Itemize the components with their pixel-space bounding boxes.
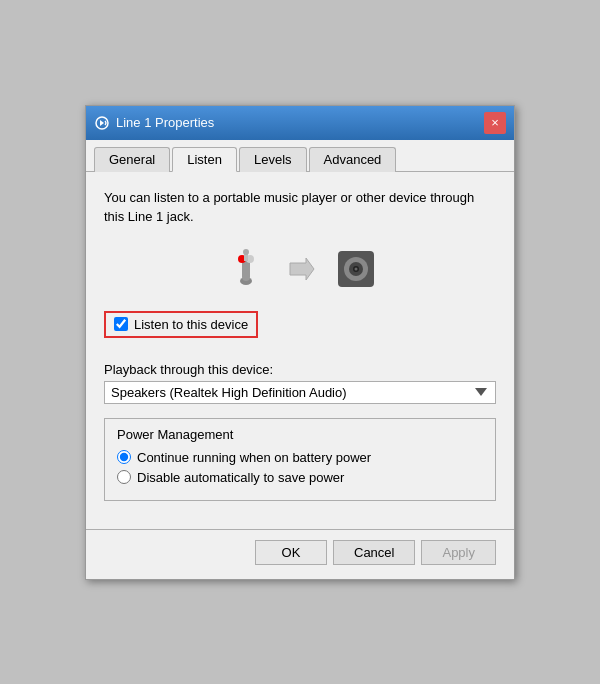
title-bar-left: Line 1 Properties [94,115,214,131]
battery-radio-label: Continue running when on battery power [137,450,371,465]
speaker-icon [334,247,378,291]
playback-select[interactable]: Speakers (Realtek High Definition Audio) [104,381,496,404]
svg-point-6 [243,249,249,255]
dialog-window: Line 1 Properties × General Listen Level… [85,105,515,580]
tab-content: You can listen to a portable music playe… [86,172,514,529]
title-icon [94,115,110,131]
listen-checkbox-container[interactable]: Listen to this device [104,311,258,338]
save-power-radio-row: Disable automatically to save power [117,470,483,485]
title-bar: Line 1 Properties × [86,106,514,140]
battery-radio[interactable] [117,450,131,464]
playback-label: Playback through this device: [104,362,496,377]
audio-cable-icon [222,245,270,293]
power-management-group: Power Management Continue running when o… [104,418,496,501]
tab-levels[interactable]: Levels [239,147,307,172]
tab-general[interactable]: General [94,147,170,172]
close-button[interactable]: × [484,112,506,134]
tabs-row: General Listen Levels Advanced [86,140,514,172]
button-row: OK Cancel Apply [86,529,514,579]
listen-checkbox-label: Listen to this device [134,317,248,332]
icons-row [104,245,496,293]
tab-advanced[interactable]: Advanced [309,147,397,172]
ok-button[interactable]: OK [255,540,327,565]
save-power-radio-label: Disable automatically to save power [137,470,344,485]
tab-listen[interactable]: Listen [172,147,237,172]
svg-point-12 [355,267,358,270]
svg-marker-7 [290,258,314,280]
dialog-title: Line 1 Properties [116,115,214,130]
listen-checkbox[interactable] [114,317,128,331]
apply-button[interactable]: Apply [421,540,496,565]
description-text: You can listen to a portable music playe… [104,188,496,227]
cancel-button[interactable]: Cancel [333,540,415,565]
battery-radio-row: Continue running when on battery power [117,450,483,465]
power-management-label: Power Management [117,427,483,442]
forward-arrow-icon [286,253,318,285]
save-power-radio[interactable] [117,470,131,484]
